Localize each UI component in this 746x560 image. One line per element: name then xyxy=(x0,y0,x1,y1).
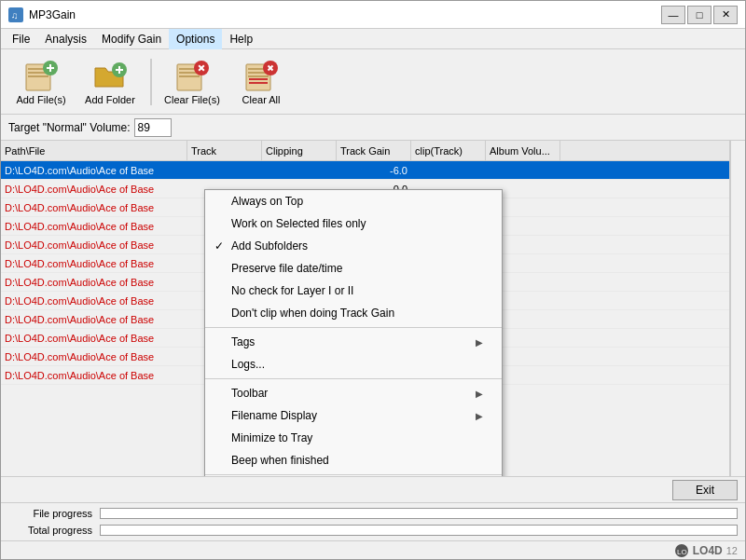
menu-always-on-top[interactable]: Always on Top xyxy=(205,190,502,212)
minimize-button[interactable]: — xyxy=(661,6,685,24)
bottom-bar: Exit xyxy=(1,476,745,502)
exit-button[interactable]: Exit xyxy=(672,480,738,500)
clear-file-label: Clear File(s) xyxy=(164,94,220,105)
col-track: Track xyxy=(187,141,262,160)
add-folder-label: Add Folder xyxy=(85,94,135,105)
window-controls: — □ ✕ xyxy=(661,6,738,24)
window-title: MP3Gain xyxy=(29,8,661,21)
total-progress-row: Total progress xyxy=(8,522,738,539)
add-files-button[interactable]: Add File(s) xyxy=(8,54,74,110)
vertical-scrollbar[interactable] xyxy=(730,141,745,476)
toolbar-sep-1 xyxy=(150,59,152,105)
add-folder-icon xyxy=(93,59,127,92)
separator-1 xyxy=(205,327,502,328)
main-content: Path\File Track Clipping Track Gain clip… xyxy=(1,141,745,476)
menu-file[interactable]: File xyxy=(5,29,37,49)
target-volume-label: Target "Normal" Volume: xyxy=(8,121,131,134)
col-clip-track: clip(Track) xyxy=(411,141,486,160)
file-progress-label: File progress xyxy=(8,508,92,519)
separator-3 xyxy=(205,474,502,475)
svg-text:♫: ♫ xyxy=(11,10,19,20)
file-progress-bar xyxy=(100,508,738,519)
add-files-icon xyxy=(24,59,58,92)
menu-filename-display[interactable]: Filename Display xyxy=(205,404,502,427)
svg-rect-15 xyxy=(179,75,200,77)
menu-bar: File Analysis Modify Gain Options Help xyxy=(1,29,745,49)
menu-beep-finished[interactable]: Beep when finished xyxy=(205,449,502,471)
options-dropdown-menu: Always on Top Work on Selected files onl… xyxy=(204,189,503,476)
app-icon: ♫ xyxy=(8,7,23,22)
target-volume-input[interactable] xyxy=(134,118,172,137)
clear-all-button[interactable]: Clear All xyxy=(228,54,294,110)
separator-2 xyxy=(205,378,502,379)
col-clipping: Clipping xyxy=(262,141,337,160)
status-bar: File progress Total progress xyxy=(1,502,745,540)
svg-rect-8 xyxy=(49,64,51,72)
col-path: Path\File xyxy=(1,141,187,160)
clear-file-icon xyxy=(175,59,209,92)
toolbar: Add File(s) Add Folder Clear File(s) xyxy=(1,49,745,115)
target-volume-row: Target "Normal" Volume: xyxy=(1,115,745,141)
menu-analysis[interactable]: Analysis xyxy=(37,29,94,49)
add-folder-button[interactable]: Add Folder xyxy=(77,54,143,110)
menu-dont-clip[interactable]: Don't clip when doing Track Gain xyxy=(205,302,502,324)
menu-preserve-date[interactable]: Preserve file date/time xyxy=(205,257,502,280)
watermark-text: LO4D xyxy=(693,544,723,557)
menu-work-selected[interactable]: Work on Selected files only xyxy=(205,212,502,235)
clear-all-icon xyxy=(244,59,278,92)
main-window: ♫ MP3Gain — □ ✕ File Analysis Modify Gai… xyxy=(0,0,746,560)
maximize-button[interactable]: □ xyxy=(687,6,711,24)
svg-text:LO: LO xyxy=(677,548,687,556)
svg-rect-22 xyxy=(248,75,269,77)
watermark: LO LO4D 12 xyxy=(674,543,738,558)
menu-modify-gain[interactable]: Modify Gain xyxy=(94,29,169,49)
file-progress-row: File progress xyxy=(8,505,738,522)
menu-minimize-tray[interactable]: Minimize to Tray xyxy=(205,427,502,449)
menu-tags[interactable]: Tags xyxy=(205,331,502,353)
file-list-header: Path\File Track Clipping Track Gain clip… xyxy=(1,141,729,161)
lo4d-icon: LO xyxy=(674,543,689,558)
menu-toolbar[interactable]: Toolbar xyxy=(205,382,502,404)
svg-rect-11 xyxy=(118,66,120,74)
col-album-vol: Album Volu... xyxy=(486,141,560,160)
menu-add-subfolders[interactable]: Add Subfolders xyxy=(205,235,502,257)
page-num: 12 xyxy=(726,545,738,556)
total-progress-label: Total progress xyxy=(8,525,92,536)
close-button[interactable]: ✕ xyxy=(713,6,738,24)
title-bar: ♫ MP3Gain — □ ✕ xyxy=(1,1,745,29)
add-files-label: Add File(s) xyxy=(16,94,65,105)
menu-options[interactable]: Options xyxy=(169,29,222,49)
menu-logs[interactable]: Logs... xyxy=(205,353,502,376)
menu-no-check-layer[interactable]: No check for Layer I or II xyxy=(205,280,502,302)
table-row[interactable]: D:\LO4D.com\Audio\Ace of Base -6.0 xyxy=(1,161,729,180)
svg-rect-5 xyxy=(28,75,48,77)
clear-file-button[interactable]: Clear File(s) xyxy=(159,54,225,110)
total-progress-bar xyxy=(100,525,738,536)
col-gain: Track Gain xyxy=(337,141,411,160)
clear-all-label: Clear All xyxy=(242,94,281,105)
menu-help[interactable]: Help xyxy=(222,29,260,49)
cell-path: D:\LO4D.com\Audio\Ace of Base xyxy=(1,164,187,177)
watermark-bar: LO LO4D 12 xyxy=(1,540,745,559)
